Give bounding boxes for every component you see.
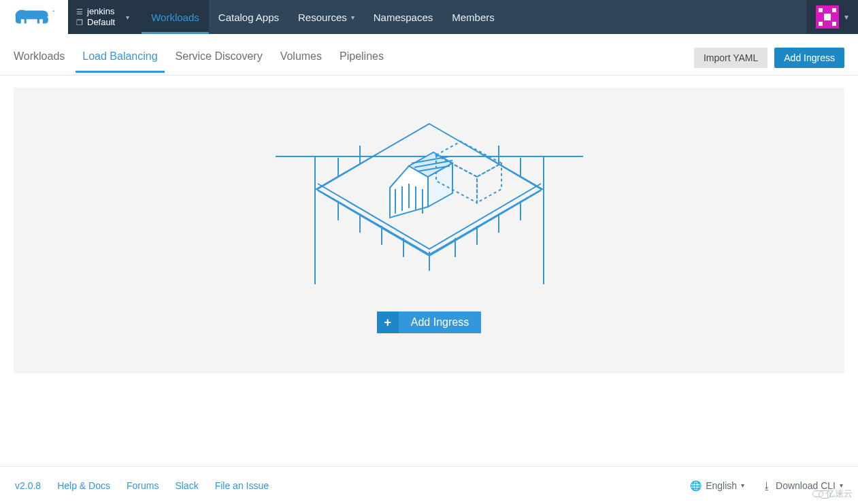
tab-load-balancing[interactable]: Load Balancing — [82, 50, 157, 72]
subnav: Workloads Load Balancing Service Discove… — [0, 34, 858, 75]
globe-icon: 🌐 — [690, 480, 702, 491]
tab-service-discovery[interactable]: Service Discovery — [176, 50, 263, 72]
footer: v2.0.8 Help & Docs Forums Slack File an … — [0, 466, 858, 504]
avatar — [816, 5, 839, 29]
folder-icon: ❐ — [76, 17, 83, 28]
import-yaml-button[interactable]: Import YAML — [694, 48, 768, 68]
footer-left: v2.0.8 Help & Docs Forums Slack File an … — [15, 480, 269, 491]
svg-marker-31 — [477, 163, 501, 203]
svg-point-0 — [48, 16, 50, 18]
add-ingress-cta-label: Add Ingress — [399, 312, 481, 333]
stack-icon: ☰ — [76, 6, 83, 17]
page-actions: Import YAML Add Ingress — [694, 48, 844, 75]
footer-forums[interactable]: Forums — [127, 480, 159, 491]
chevron-down-icon: ▾ — [844, 12, 848, 22]
empty-state-illustration — [276, 121, 583, 284]
user-menu[interactable]: ▾ — [806, 0, 858, 34]
header-main: ☰jenkins ❐Default ▾ Workloads Catalog Ap… — [68, 0, 858, 34]
svg-point-1 — [53, 10, 54, 12]
brand-logo[interactable] — [0, 0, 68, 34]
chevron-down-icon: ▾ — [126, 14, 129, 21]
nav-members[interactable]: Members — [442, 0, 504, 34]
tab-workloads[interactable]: Workloads — [14, 50, 65, 72]
project-switcher[interactable]: ☰jenkins ❐Default ▾ — [68, 0, 142, 34]
nav-workloads[interactable]: Workloads — [142, 0, 209, 34]
watermark: 亿速云 — [812, 488, 853, 500]
chevron-down-icon: ▾ — [741, 482, 744, 489]
project-name: Default — [87, 17, 115, 28]
cluster-name: jenkins — [87, 6, 114, 17]
nav-namespaces[interactable]: Namespaces — [364, 0, 443, 34]
footer-help[interactable]: Help & Docs — [57, 480, 110, 491]
main-nav: Workloads Catalog Apps Resources▾ Namesp… — [142, 0, 504, 34]
add-ingress-button[interactable]: Add Ingress — [774, 48, 844, 68]
tab-volumes[interactable]: Volumes — [280, 50, 322, 72]
tab-pipelines[interactable]: Pipelines — [340, 50, 384, 72]
chevron-down-icon: ▾ — [351, 14, 354, 21]
footer-version[interactable]: v2.0.8 — [15, 480, 41, 491]
plus-icon: + — [377, 312, 399, 333]
add-ingress-cta[interactable]: + Add Ingress — [377, 312, 481, 333]
tabs: Workloads Load Balancing Service Discove… — [14, 50, 384, 72]
empty-state-panel: + Add Ingress — [14, 88, 844, 373]
download-icon: ⭳ — [762, 480, 772, 491]
footer-slack[interactable]: Slack — [175, 480, 198, 491]
content: + Add Ingress — [0, 75, 858, 466]
nav-catalog-apps[interactable]: Catalog Apps — [209, 0, 288, 34]
nav-resources[interactable]: Resources▾ — [288, 0, 364, 34]
top-header: ☰jenkins ❐Default ▾ Workloads Catalog Ap… — [0, 0, 858, 34]
cow-logo-icon — [12, 6, 56, 28]
language-switcher[interactable]: 🌐 English ▾ — [690, 480, 744, 491]
footer-file-issue[interactable]: File an Issue — [215, 480, 269, 491]
